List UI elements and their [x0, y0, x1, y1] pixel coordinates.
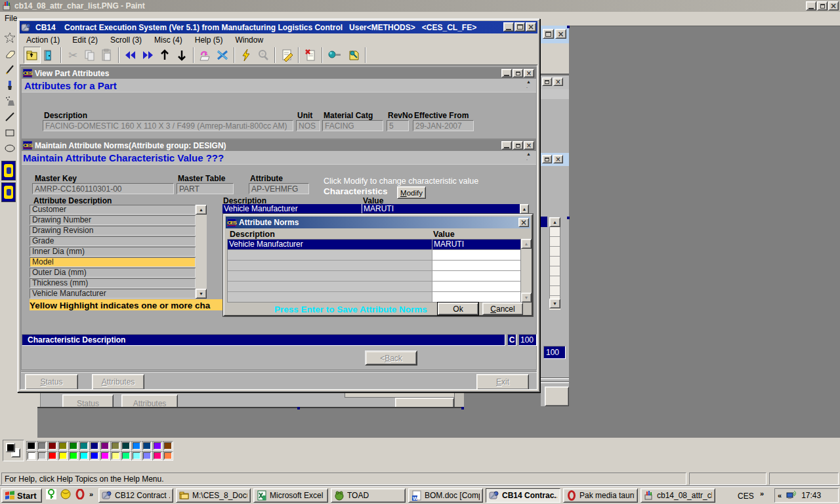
tool-line[interactable]: [1, 109, 18, 125]
chevron-icon[interactable]: »: [760, 490, 764, 497]
selection-handle[interactable]: [567, 217, 570, 219]
palette-swatch[interactable]: [58, 451, 68, 461]
palette-swatch[interactable]: [79, 451, 89, 461]
toolbar-export-icon[interactable]: [214, 47, 231, 64]
quick-launch-ball-icon[interactable]: [60, 489, 71, 499]
chevron-icon[interactable]: »: [89, 490, 93, 498]
palette-swatch[interactable]: [100, 441, 110, 451]
selection-handle[interactable]: [567, 26, 570, 28]
toolbar-open-icon[interactable]: [24, 47, 41, 64]
palette-swatch[interactable]: [163, 441, 173, 451]
grid-scroll-up-icon[interactable]: ▲: [520, 204, 529, 214]
tool-brush[interactable]: [1, 77, 18, 93]
taskbar-button[interactable]: CB12 Contract ...: [98, 488, 173, 503]
taskbar-button[interactable]: WBOM.doc [Compa...: [408, 488, 483, 503]
status-button[interactable]: Status: [25, 374, 78, 390]
attribute-list-item[interactable]: Drawing Number: [30, 215, 196, 225]
taskbar-button[interactable]: CB14 Contrac...: [486, 488, 560, 503]
norms-grid-row[interactable]: [228, 261, 520, 271]
maintain-maximize-button[interactable]: [513, 141, 523, 150]
view-part-minimize-button[interactable]: [501, 69, 512, 77]
palette-swatch[interactable]: [131, 441, 142, 451]
palette-swatch[interactable]: [89, 451, 100, 461]
palette-swatch[interactable]: [110, 451, 121, 461]
ces-menu-item[interactable]: Help (5): [195, 35, 223, 45]
toolbar-import-icon[interactable]: [197, 47, 214, 64]
exit-button[interactable]: Exit: [476, 374, 529, 390]
palette-swatch[interactable]: [68, 451, 79, 461]
norms-close-button[interactable]: ×: [518, 218, 529, 227]
toolbar-zoom-icon[interactable]: [255, 47, 272, 64]
toolbar-first-icon[interactable]: [122, 47, 139, 64]
palette-swatch[interactable]: [142, 451, 152, 461]
palette-swatch[interactable]: [37, 441, 47, 451]
palette-swatch[interactable]: [100, 451, 110, 461]
minimized-window-icon[interactable]: [1, 161, 16, 180]
tray-chevron-icon[interactable]: «: [778, 492, 782, 499]
taskbar-button[interactable]: Pak media taunts...: [563, 488, 638, 503]
selection-handle[interactable]: [297, 407, 300, 410]
ces-maximize-button[interactable]: [514, 22, 525, 32]
view-part-close-button[interactable]: ×: [524, 69, 534, 77]
view-part-maximize-button[interactable]: [513, 69, 523, 77]
ces-menu-item[interactable]: Action (1): [26, 35, 60, 45]
ces-menu-item[interactable]: Scroll (3): [110, 35, 142, 45]
scroll-down-icon[interactable]: ▼: [521, 293, 532, 303]
selection-handle[interactable]: [461, 407, 464, 410]
toolbar-up-icon[interactable]: [156, 47, 173, 64]
attribute-list-item[interactable]: Drawing Revision: [30, 226, 196, 236]
toolbar-copy-icon[interactable]: [81, 47, 98, 64]
start-button[interactable]: Start: [1, 488, 42, 503]
palette-swatch[interactable]: [58, 441, 68, 451]
norms-scrollbar[interactable]: ▲ ▼: [521, 239, 532, 303]
taskbar-button[interactable]: Microsoft Excel - ...: [253, 488, 328, 503]
quick-launch-toad-icon[interactable]: [46, 489, 56, 499]
ces-minimize-button[interactable]: [503, 22, 514, 32]
palette-swatch[interactable]: [121, 451, 131, 461]
palette-swatch[interactable]: [47, 451, 58, 461]
taskbar-button[interactable]: cb14_08_attr_ch...: [640, 488, 715, 503]
attribute-list-item[interactable]: Grade: [30, 236, 196, 246]
tool-free-select[interactable]: [1, 30, 18, 46]
tool-ellipse[interactable]: [1, 140, 18, 156]
palette-swatch[interactable]: [142, 441, 152, 451]
back-button[interactable]: <Back: [365, 350, 417, 366]
palette-swatch[interactable]: [152, 441, 163, 451]
taskbar-button[interactable]: M:\CES_8_Docu...: [176, 488, 251, 503]
palette-swatch[interactable]: [37, 451, 47, 461]
tool-pencil[interactable]: [1, 62, 18, 77]
grid-selected-row[interactable]: Vehicle Manufacturer MARUTI: [222, 204, 520, 214]
cancel-button[interactable]: Cancel: [482, 303, 523, 315]
toolbar-last-icon[interactable]: [139, 47, 156, 64]
norms-grid-row[interactable]: [228, 292, 520, 303]
toolbar-execute-icon[interactable]: [238, 47, 255, 64]
palette-swatch[interactable]: [121, 441, 131, 451]
attribute-list-item[interactable]: Model: [30, 257, 196, 267]
maintain-minimize-button[interactable]: [501, 141, 512, 150]
palette-swatch[interactable]: [68, 441, 79, 451]
paint-restore-button[interactable]: [817, 1, 828, 10]
toolbar-pin-doc-icon[interactable]: [345, 47, 362, 64]
palette-swatch[interactable]: [110, 441, 121, 451]
toolbar-exit-icon[interactable]: [41, 47, 58, 64]
palette-swatch[interactable]: [47, 441, 58, 451]
attribute-list-scrollbar[interactable]: ▲ ▼: [196, 205, 207, 299]
attribute-list-item[interactable]: Vehicle Manufacturer: [30, 289, 196, 299]
attribute-list-item[interactable]: Thickness (mm): [30, 278, 196, 288]
norms-grid-row[interactable]: [228, 250, 520, 261]
palette-swatch[interactable]: [26, 441, 37, 451]
scroll-down-icon[interactable]: ▼: [196, 289, 207, 299]
tool-eraser[interactable]: [1, 46, 18, 62]
attributes-button[interactable]: Attributes: [92, 374, 144, 390]
ok-button[interactable]: Ok: [438, 303, 478, 315]
palette-swatch[interactable]: [131, 451, 142, 461]
toolbar-pin-icon[interactable]: [326, 47, 345, 64]
scroll-up-icon[interactable]: ▲: [521, 239, 532, 249]
toolbar-down-icon[interactable]: [173, 47, 190, 64]
norms-grid-row[interactable]: [228, 282, 520, 292]
ces-close-button[interactable]: ×: [526, 22, 536, 32]
quick-launch-opera-icon[interactable]: [75, 489, 85, 499]
paint-minimize-button[interactable]: [806, 1, 816, 10]
attribute-list-item[interactable]: Inner Dia (mm): [30, 247, 196, 257]
palette-swatch[interactable]: [26, 451, 37, 461]
